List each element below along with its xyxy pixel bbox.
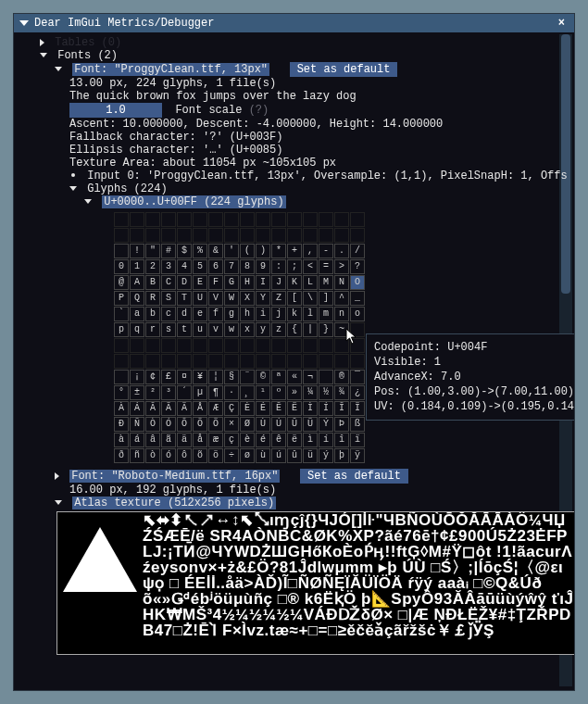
glyph-cell[interactable]: *: [271, 244, 286, 258]
glyph-cell[interactable]: ü: [303, 448, 318, 463]
glyph-cell[interactable]: O: [350, 275, 365, 290]
glyph-cell[interactable]: 0: [114, 259, 129, 274]
set-default-button[interactable]: Set as default: [290, 62, 398, 77]
glyph-cell[interactable]: û: [287, 448, 302, 463]
glyph-cell[interactable]: t: [177, 322, 192, 337]
glyph-cell[interactable]: `: [114, 307, 129, 321]
glyph-cell[interactable]: ¹: [256, 385, 270, 400]
glyph-cell[interactable]: [240, 212, 255, 227]
glyph-cell[interactable]: ö: [208, 448, 223, 463]
glyph-cell[interactable]: [145, 354, 160, 369]
glyph-cell[interactable]: [145, 338, 160, 353]
glyph-cell[interactable]: V: [208, 291, 223, 306]
glyph-cell[interactable]: [224, 338, 239, 353]
glyph-cell[interactable]: Q: [130, 291, 144, 306]
glyph-cell[interactable]: ?: [350, 259, 365, 274]
glyph-cell[interactable]: L: [303, 275, 318, 290]
glyph-cell[interactable]: Ù: [256, 417, 270, 432]
glyph-cell[interactable]: [130, 212, 144, 227]
glyph-cell[interactable]: ¼: [303, 385, 318, 400]
font0-input0[interactable]: Input 0: 'ProggyClean.ttf, 13px', Oversa…: [21, 170, 567, 182]
tree-item-glyphs[interactable]: Glyphs (224): [21, 182, 567, 195]
glyph-cell[interactable]: F: [208, 275, 223, 290]
glyph-cell[interactable]: x: [240, 322, 255, 337]
glyph-cell[interactable]: [303, 228, 318, 243]
glyph-cell[interactable]: [256, 354, 270, 369]
glyph-cell[interactable]: Ç: [224, 401, 239, 416]
glyph-cell[interactable]: ç: [224, 433, 239, 447]
glyph-cell[interactable]: [208, 228, 223, 243]
glyph-cell[interactable]: C: [161, 275, 176, 290]
glyph-cell[interactable]: [319, 338, 333, 353]
glyph-cell[interactable]: [208, 212, 223, 227]
glyph-cell[interactable]: Ð: [114, 417, 129, 432]
glyph-cell[interactable]: M: [319, 275, 333, 290]
glyph-cell[interactable]: Ä: [177, 401, 192, 416]
glyph-cell[interactable]: ¥: [193, 370, 207, 384]
glyph-cell[interactable]: [224, 354, 239, 369]
glyph-cell[interactable]: í: [319, 433, 333, 447]
glyph-cell[interactable]: [287, 354, 302, 369]
glyph-cell[interactable]: Ö: [208, 417, 223, 432]
glyph-cell[interactable]: @: [114, 275, 129, 290]
glyph-cell[interactable]: [334, 228, 349, 243]
glyph-cell[interactable]: P: [114, 291, 129, 306]
glyph-cell[interactable]: ,: [303, 244, 318, 258]
glyph-cell[interactable]: ¿: [350, 385, 365, 400]
help-icon[interactable]: (?): [249, 104, 269, 117]
glyph-cell[interactable]: 4: [177, 259, 192, 274]
glyph-cell[interactable]: G: [224, 275, 239, 290]
glyph-cell[interactable]: :: [271, 259, 286, 274]
glyph-cell[interactable]: [114, 244, 129, 258]
glyph-cell[interactable]: J: [271, 275, 286, 290]
glyph-cell[interactable]: â: [145, 433, 160, 447]
tree-item-fonts[interactable]: Fonts (2): [21, 49, 567, 62]
glyph-cell[interactable]: Ë: [287, 401, 302, 416]
glyph-cell[interactable]: [319, 212, 333, 227]
glyph-cell[interactable]: 9: [256, 259, 270, 274]
glyph-cell[interactable]: i: [256, 307, 270, 321]
glyph-cell[interactable]: =: [319, 259, 333, 274]
glyph-cell[interactable]: ¶: [208, 385, 223, 400]
glyph-cell[interactable]: |: [303, 322, 318, 337]
glyph-cell[interactable]: ­: [319, 370, 333, 384]
glyph-cell[interactable]: [177, 354, 192, 369]
glyph-cell[interactable]: µ: [193, 385, 207, 400]
glyph-cell[interactable]: [177, 228, 192, 243]
glyph-cell[interactable]: m: [319, 307, 333, 321]
glyph-cell[interactable]: Þ: [334, 417, 349, 432]
glyph-cell[interactable]: z: [271, 322, 286, 337]
glyph-cell[interactable]: #: [161, 244, 176, 258]
glyph-cell[interactable]: ·: [224, 385, 239, 400]
glyph-cell[interactable]: [256, 338, 270, 353]
glyph-cell[interactable]: Á: [130, 401, 144, 416]
glyph-cell[interactable]: U: [193, 291, 207, 306]
tree-item-atlas[interactable]: Atlas texture (512x256 pixels): [21, 497, 567, 509]
glyph-cell[interactable]: }: [319, 322, 333, 337]
glyph-cell[interactable]: Ü: [303, 417, 318, 432]
glyph-cell[interactable]: ': [224, 244, 239, 258]
glyph-cell[interactable]: [193, 212, 207, 227]
tree-item-glyph-range[interactable]: U+0000..U+00FF (224 glyphs): [21, 195, 567, 208]
glyph-cell[interactable]: [193, 354, 207, 369]
glyph-cell[interactable]: ©: [256, 370, 270, 384]
glyph-cell[interactable]: Ú: [271, 417, 286, 432]
glyph-cell[interactable]: ù: [256, 448, 270, 463]
glyph-cell[interactable]: +: [287, 244, 302, 258]
glyph-cell[interactable]: a: [130, 307, 144, 321]
glyph-cell[interactable]: [256, 212, 270, 227]
glyph-cell[interactable]: ×: [224, 417, 239, 432]
glyph-cell[interactable]: N: [334, 275, 349, 290]
glyph-cell[interactable]: Ã: [161, 401, 176, 416]
glyph-cell[interactable]: 2: [145, 259, 160, 274]
glyph-cell[interactable]: Z: [271, 291, 286, 306]
glyph-cell[interactable]: ³: [161, 385, 176, 400]
glyph-cell[interactable]: v: [208, 322, 223, 337]
glyph-cell[interactable]: Ó: [161, 417, 176, 432]
glyph-cell[interactable]: Î: [334, 401, 349, 416]
glyph-cell[interactable]: Ô: [177, 417, 192, 432]
glyph-cell[interactable]: «: [287, 370, 302, 384]
glyph-cell[interactable]: Ñ: [130, 417, 144, 432]
glyph-cell[interactable]: D: [177, 275, 192, 290]
glyph-cell[interactable]: [287, 338, 302, 353]
